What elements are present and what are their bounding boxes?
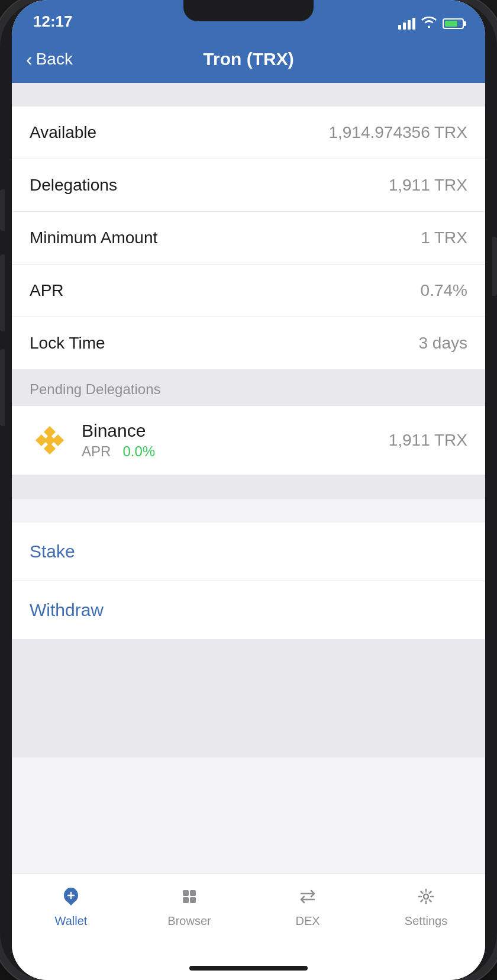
back-button[interactable]: ‹ Back — [26, 50, 73, 69]
tab-wallet-label: Wallet — [55, 914, 88, 928]
binance-logo — [30, 420, 70, 460]
delegation-apr: APR 0.0% — [82, 443, 389, 460]
home-indicator — [12, 956, 485, 980]
tab-wallet[interactable]: Wallet — [12, 884, 130, 928]
apr-row: APR 0.74% — [12, 265, 485, 317]
available-value: 1,914.974356 TRX — [328, 123, 467, 142]
dex-icon — [295, 884, 321, 910]
delegation-item-binance[interactable]: Binance APR 0.0% 1,911 TRX — [12, 406, 485, 475]
pending-delegations-header: Pending Delegations — [12, 369, 485, 406]
minimum-amount-label: Minimum Amount — [30, 228, 157, 247]
back-label: Back — [36, 50, 73, 69]
tab-dex-label: DEX — [295, 914, 320, 928]
pending-delegations-title: Pending Delegations — [30, 381, 161, 397]
svg-marker-4 — [44, 434, 56, 446]
delegation-info: Binance APR 0.0% — [82, 421, 389, 460]
stake-button[interactable]: Stake — [12, 523, 485, 581]
tab-settings[interactable]: Settings — [367, 884, 485, 928]
back-chevron-icon: ‹ — [26, 50, 33, 69]
page-title: Tron (TRX) — [203, 49, 293, 69]
mid-divider — [12, 475, 485, 499]
delegation-name: Binance — [82, 421, 389, 441]
withdraw-label: Withdraw — [30, 600, 104, 620]
empty-space — [12, 639, 485, 757]
tab-settings-label: Settings — [405, 914, 447, 928]
apr-value: 0.74% — [421, 281, 467, 300]
lock-time-value: 3 days — [419, 334, 468, 353]
withdraw-button[interactable]: Withdraw — [12, 581, 485, 639]
settings-icon — [413, 884, 439, 910]
tab-browser-label: Browser — [167, 914, 211, 928]
info-section: Available 1,914.974356 TRX Delegations 1… — [12, 107, 485, 369]
home-bar — [189, 966, 308, 971]
battery-icon — [443, 18, 464, 29]
minimum-amount-row: Minimum Amount 1 TRX — [12, 212, 485, 265]
tab-browser[interactable]: Browser — [130, 884, 248, 928]
lock-time-label: Lock Time — [30, 334, 105, 353]
wallet-icon — [58, 884, 84, 910]
svg-rect-5 — [183, 890, 189, 896]
tab-dex[interactable]: DEX — [248, 884, 367, 928]
delegations-value: 1,911 TRX — [389, 176, 467, 195]
delegations-label: Delegations — [30, 176, 117, 195]
wifi-icon — [421, 16, 437, 31]
available-row: Available 1,914.974356 TRX — [12, 107, 485, 159]
svg-rect-8 — [190, 897, 196, 903]
stake-label: Stake — [30, 541, 75, 561]
tab-bar: Wallet Browser — [12, 873, 485, 956]
action-section: Stake Withdraw — [12, 523, 485, 639]
available-label: Available — [30, 123, 96, 142]
browser-icon — [176, 884, 202, 910]
main-content: Available 1,914.974356 TRX Delegations 1… — [12, 83, 485, 873]
svg-rect-7 — [183, 897, 189, 903]
delegation-apr-value: 0.0% — [122, 443, 155, 459]
minimum-amount-value: 1 TRX — [421, 228, 467, 247]
status-icons — [398, 16, 464, 31]
delegations-row: Delegations 1,911 TRX — [12, 159, 485, 212]
lock-time-row: Lock Time 3 days — [12, 317, 485, 369]
nav-header: ‹ Back Tron (TRX) — [12, 36, 485, 83]
signal-bars-icon — [398, 18, 415, 30]
top-divider — [12, 83, 485, 107]
apr-label: APR — [30, 281, 64, 300]
svg-rect-6 — [190, 890, 196, 896]
delegation-apr-label: APR — [82, 443, 111, 459]
svg-point-9 — [424, 894, 428, 899]
delegation-amount: 1,911 TRX — [389, 431, 467, 450]
